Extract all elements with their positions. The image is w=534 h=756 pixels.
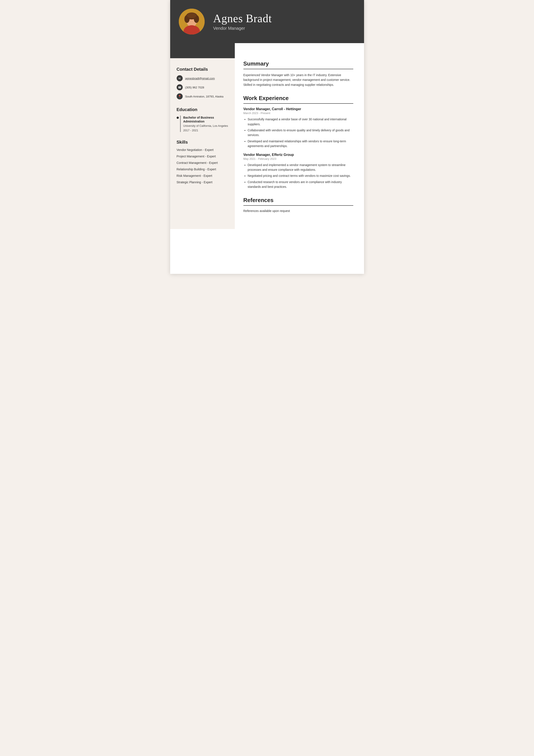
contact-title: Contact Details: [177, 67, 228, 72]
resume-document: Agnes Bradt Vendor Manager Contact Detai…: [170, 0, 364, 274]
chevron-left: [170, 43, 235, 52]
skill-item-3: Contract Management - Expert: [177, 161, 228, 165]
references-text: References available upon request: [243, 209, 353, 213]
work-experience-title: Work Experience: [243, 95, 353, 104]
references-section: References References available upon req…: [243, 197, 353, 213]
edu-content: Bachelor of Business Administration Univ…: [180, 116, 228, 132]
job-1-bullet-1: Successfully managed a vendor base of ov…: [248, 117, 353, 126]
avatar: [179, 9, 205, 35]
job-2-title: Vendor Manager, Effertz Group: [243, 153, 353, 157]
skill-item-4: Relationship Building - Expert: [177, 168, 228, 171]
job-2-dates: May 2021 - February 2023: [243, 157, 353, 160]
job-2-bullet-3: Conducted research to ensure vendors are…: [248, 180, 353, 189]
summary-text: Experienced Vendor Manager with 10+ year…: [243, 73, 353, 87]
contact-section: Contact Details ✉ agnesbradt@gmail.com ☎…: [177, 67, 228, 99]
work-experience-section: Work Experience Vendor Manager, Carroll …: [243, 95, 353, 189]
skill-item-6: Strategic Planning - Expert: [177, 180, 228, 184]
skill-item-2: Project Management - Expert: [177, 155, 228, 158]
edu-school: University of California, Los Angeles: [183, 124, 228, 128]
edu-item: Bachelor of Business Administration Univ…: [177, 116, 228, 132]
job-1-dates: March 2023 - Present: [243, 112, 353, 115]
svg-point-7: [187, 13, 196, 18]
references-title: References: [243, 197, 353, 206]
job-2-bullet-2: Negotiated pricing and contract terms wi…: [248, 174, 353, 178]
address-text: South Amiraton, 18793, Alaska: [185, 95, 224, 98]
phone-item: ☎ (305) 962 7028: [177, 84, 228, 90]
summary-section: Summary Experienced Vendor Manager with …: [243, 60, 353, 87]
skill-item-1: Vendor Negotiation - Expert: [177, 148, 228, 151]
edu-dot: [177, 117, 179, 119]
email-item: ✉ agnesbradt@gmail.com: [177, 75, 228, 81]
phone-icon: ☎: [177, 84, 183, 90]
job-1-bullet-3: Developed and maintained relationships w…: [248, 139, 353, 148]
job-1-bullets: Successfully managed a vendor base of ov…: [243, 117, 353, 148]
sidebar: Contact Details ✉ agnesbradt@gmail.com ☎…: [170, 52, 235, 229]
summary-title: Summary: [243, 60, 353, 69]
header-info: Agnes Bradt Vendor Manager: [213, 12, 353, 31]
job-1-title: Vendor Manager, Carroll - Hettinger: [243, 107, 353, 111]
phone-text: (305) 962 7028: [185, 86, 204, 89]
avatar-wrap: [179, 9, 205, 35]
main-content: Summary Experienced Vendor Manager with …: [235, 52, 364, 229]
edu-degree: Bachelor of Business Administration: [183, 116, 228, 123]
header-name: Agnes Bradt: [213, 12, 353, 25]
education-title: Education: [177, 107, 228, 112]
address-item: 📍 South Amiraton, 18793, Alaska: [177, 94, 228, 99]
job-1: Vendor Manager, Carroll - Hettinger Marc…: [243, 107, 353, 148]
location-icon: 📍: [177, 94, 183, 99]
education-section: Education Bachelor of Business Administr…: [177, 107, 228, 132]
job-1-bullet-2: Collaborated with vendors to ensure qual…: [248, 128, 353, 138]
chevron-right: [235, 43, 364, 52]
skills-title: Skills: [177, 140, 228, 145]
header-section: Agnes Bradt Vendor Manager: [170, 0, 364, 43]
job-2-bullet-1: Developed and implemented a vendor manag…: [248, 163, 353, 172]
header-title: Vendor Manager: [213, 26, 353, 31]
skill-item-5: Risk Management - Expert: [177, 174, 228, 177]
chevron-row: [170, 43, 364, 52]
job-2: Vendor Manager, Effertz Group May 2021 -…: [243, 153, 353, 189]
edu-years: 2017 - 2021: [183, 129, 228, 132]
email-icon: ✉: [177, 75, 183, 81]
skills-section: Skills Vendor Negotiation - Expert Proje…: [177, 140, 228, 184]
job-2-bullets: Developed and implemented a vendor manag…: [243, 163, 353, 189]
body-section: Contact Details ✉ agnesbradt@gmail.com ☎…: [170, 52, 364, 229]
email-link[interactable]: agnesbradt@gmail.com: [185, 77, 215, 80]
